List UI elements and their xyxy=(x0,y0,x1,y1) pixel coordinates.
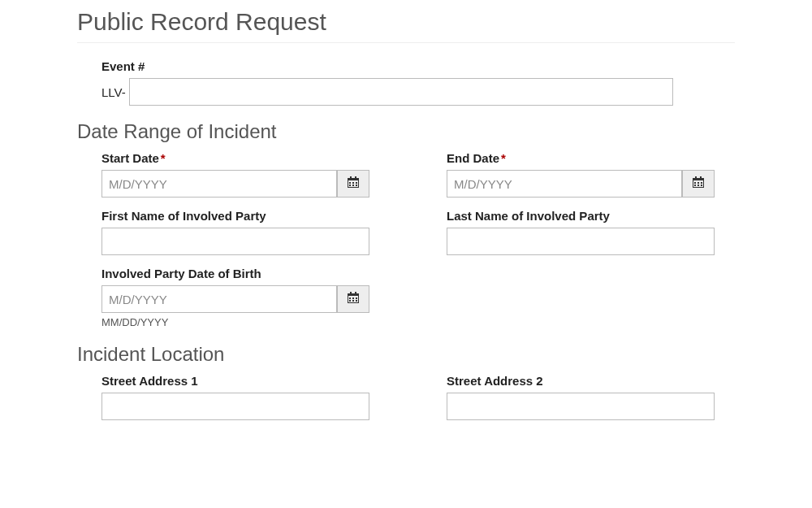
calendar-icon xyxy=(692,176,705,192)
start-date-calendar-button[interactable] xyxy=(337,170,369,198)
required-mark: * xyxy=(161,151,166,165)
event-number-label: Event # xyxy=(102,59,735,73)
page-title: Public Record Request xyxy=(77,8,735,43)
section-date-range-heading: Date Range of Incident xyxy=(77,120,735,143)
first-name-label: First Name of Involved Party xyxy=(102,209,390,223)
end-date-input[interactable] xyxy=(447,170,682,198)
street1-input[interactable] xyxy=(102,393,369,420)
calendar-icon xyxy=(347,176,360,192)
end-date-label: End Date* xyxy=(447,151,735,165)
dob-label: Involved Party Date of Birth xyxy=(102,267,390,280)
first-name-input[interactable] xyxy=(102,228,369,255)
dob-helper-text: MM/DD/YYYY xyxy=(102,316,390,328)
last-name-label: Last Name of Involved Party xyxy=(447,209,735,223)
required-mark: * xyxy=(501,151,506,165)
street2-input[interactable] xyxy=(447,393,715,420)
end-date-calendar-button[interactable] xyxy=(682,170,715,198)
event-prefix: LLV- xyxy=(102,85,126,99)
start-date-input[interactable] xyxy=(102,170,337,198)
dob-input[interactable] xyxy=(102,285,337,313)
dob-calendar-button[interactable] xyxy=(337,285,369,313)
street2-label: Street Address 2 xyxy=(447,374,735,388)
last-name-input[interactable] xyxy=(447,228,715,255)
street1-label: Street Address 1 xyxy=(102,374,390,388)
start-date-label: Start Date* xyxy=(102,151,390,165)
section-location-heading: Incident Location xyxy=(77,343,735,366)
event-number-input[interactable] xyxy=(129,78,673,106)
calendar-icon xyxy=(347,291,360,307)
